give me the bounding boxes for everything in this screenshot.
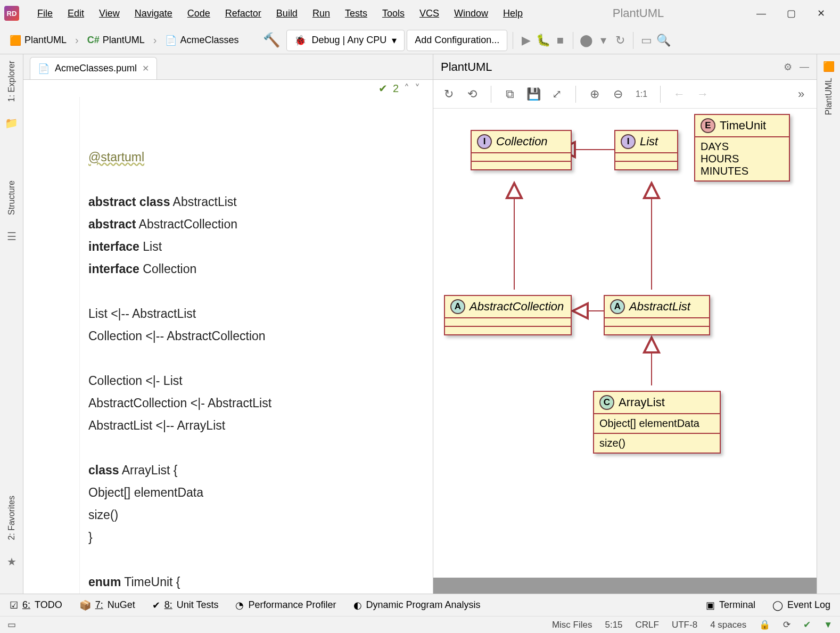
structure-icon[interactable]: ☰	[7, 230, 17, 243]
terminal-tab[interactable]: ▣Terminal	[706, 599, 755, 611]
folder-icon[interactable]: 📁	[5, 117, 18, 129]
coverage-button[interactable]: ↻	[613, 33, 628, 48]
code-line: }	[88, 530, 93, 544]
status-context[interactable]: Misc Files	[552, 620, 592, 630]
zoom-reset-button[interactable]: 1:1	[633, 86, 649, 102]
crumb-3: AcmeClasses	[180, 35, 238, 46]
shield-icon[interactable]: ▼	[823, 620, 833, 630]
uml-name: AbstractList	[629, 300, 690, 314]
explorer-tab[interactable]: 1: Explorer	[7, 61, 17, 102]
encoding[interactable]: UTF-8	[672, 620, 697, 630]
todo-tab[interactable]: ☑6:TODO	[10, 599, 62, 611]
separator	[513, 32, 513, 49]
window-icon[interactable]: ▭	[7, 619, 16, 630]
favorites-tab[interactable]: 2: Favorites	[7, 496, 17, 540]
breadcrumb[interactable]: C# PlantUML	[82, 32, 150, 48]
menu-navigate[interactable]: Navigate	[127, 5, 180, 22]
breadcrumb[interactable]: 🟧 PlantUML	[4, 32, 72, 48]
menu-build[interactable]: Build	[269, 5, 305, 22]
more-icon[interactable]: »	[793, 86, 809, 102]
menu-run[interactable]: Run	[305, 5, 337, 22]
menu-refactor[interactable]: Refactor	[218, 5, 269, 22]
zoom-in-icon[interactable]: ⊕	[587, 86, 603, 102]
sync-icon[interactable]: ⟲	[464, 86, 480, 102]
plantuml-tab[interactable]: PlantUML	[824, 78, 834, 115]
prev-problem-icon[interactable]: ˄	[404, 82, 409, 95]
bottom-tool-tabs: ☑6:TODO 📦7:NuGet ✔8:Unit Tests ◔Performa…	[0, 594, 840, 616]
horizontal-scrollbar[interactable]	[433, 578, 817, 594]
save-icon[interactable]: 💾	[525, 86, 541, 102]
close-tab-icon[interactable]: ✕	[142, 63, 149, 73]
search-icon[interactable]: 🔍	[656, 33, 671, 48]
dpa-tab[interactable]: ◐Dynamic Program Analysis	[353, 599, 481, 611]
refresh-icon[interactable]: ↻	[441, 86, 457, 102]
line-ending[interactable]: CRLF	[636, 620, 659, 630]
title-bar: RD File Edit View Navigate Code Refactor…	[0, 0, 840, 27]
chevron-down-icon[interactable]: ▾	[596, 33, 611, 48]
editor-top-bar: ✔ 2 ˄ ˅	[23, 80, 433, 97]
profiler-tab[interactable]: ◔Performance Profiler	[235, 599, 336, 611]
gear-icon[interactable]: ⚙	[784, 61, 792, 73]
lock-icon[interactable]: 🔒	[759, 619, 770, 630]
add-configuration-button[interactable]: Add Configuration...	[407, 30, 507, 51]
indent[interactable]: 4 spaces	[710, 620, 746, 630]
maximize-button[interactable]: ▢	[776, 3, 806, 24]
chevron-icon: ›	[74, 34, 80, 46]
diagram-canvas[interactable]: ICollection IList ETimeUnit DAYS HOURS M…	[433, 109, 817, 578]
menu-window[interactable]: Window	[447, 5, 496, 22]
editor-body: @startuml abstract class AbstractList ab…	[23, 97, 433, 594]
prev-icon[interactable]: ←	[671, 86, 687, 102]
label: TODO	[35, 599, 62, 611]
caret-position[interactable]: 5:15	[605, 620, 622, 630]
menu-tools[interactable]: Tools	[375, 5, 412, 22]
chevron-icon: ›	[152, 34, 158, 46]
editor-tab[interactable]: 📄 AcmeClasses.puml ✕	[30, 57, 157, 79]
cube-icon[interactable]: 🟧	[823, 61, 835, 72]
build-button[interactable]: 🔨	[259, 32, 284, 48]
menu-code[interactable]: Code	[180, 5, 218, 22]
csharp-icon: C#	[87, 35, 100, 46]
gutter[interactable]	[23, 97, 80, 594]
check-icon[interactable]: ✔	[803, 619, 811, 630]
label: Performance Profiler	[248, 599, 336, 611]
menu-edit[interactable]: Edit	[60, 5, 92, 22]
presentation-icon[interactable]: ▭	[639, 33, 654, 48]
next-problem-icon[interactable]: ˅	[415, 82, 420, 95]
unit-tests-tab[interactable]: ✔8:Unit Tests	[152, 599, 219, 611]
minimize-button[interactable]: —	[746, 3, 776, 24]
separator	[575, 86, 576, 103]
menu-help[interactable]: Help	[496, 5, 530, 22]
debug-button[interactable]: 🐛	[536, 33, 550, 48]
code-line: List <|-- AbstractList	[88, 307, 196, 320]
code-text: AbstractCollection	[136, 217, 237, 231]
copy-icon[interactable]: ⧉	[502, 86, 518, 102]
preview-toolbar: ↻ ⟲ ⧉ 💾 ⤢ ⊕ ⊖ 1:1 ← → »	[433, 80, 817, 109]
minimize-panel-icon[interactable]: —	[800, 61, 809, 73]
profile-button[interactable]: ⬤	[579, 33, 594, 48]
structure-tab[interactable]: Structure	[7, 180, 17, 215]
menu-view[interactable]: View	[92, 5, 127, 22]
expand-icon[interactable]: ⤢	[549, 86, 565, 102]
star-icon[interactable]: ★	[7, 555, 17, 568]
file-icon: 📄	[38, 63, 50, 75]
close-button[interactable]: ✕	[806, 3, 836, 24]
next-icon[interactable]: →	[695, 86, 711, 102]
check-icon: ✔	[378, 82, 388, 95]
sync-icon[interactable]: ⟳	[783, 619, 790, 630]
breadcrumb[interactable]: 📄 AcmeClasses	[160, 32, 244, 48]
run-config-selector[interactable]: 🐞 Debug | Any CPU ▾	[286, 30, 405, 51]
run-button[interactable]: ▶	[518, 33, 533, 48]
left-tool-rail: 1: Explorer 📁 Structure ☰ 2: Favorites ★	[0, 54, 23, 594]
menu-tests[interactable]: Tests	[337, 5, 375, 22]
inspection-widget[interactable]: ✔ 2 ˄ ˅	[378, 82, 423, 95]
interface-icon: I	[477, 134, 492, 149]
event-log-tab[interactable]: ◯Event Log	[772, 599, 830, 611]
code-editor[interactable]: @startuml abstract class AbstractList ab…	[80, 97, 433, 594]
stop-button[interactable]: ■	[553, 33, 567, 48]
menu-file[interactable]: File	[30, 5, 60, 22]
code-line: Object[] elementData	[88, 486, 203, 499]
menu-vcs[interactable]: VCS	[412, 5, 447, 22]
nuget-tab[interactable]: 📦7:NuGet	[79, 599, 135, 611]
zoom-out-icon[interactable]: ⊖	[610, 86, 626, 102]
code-kw: abstract	[88, 217, 136, 231]
